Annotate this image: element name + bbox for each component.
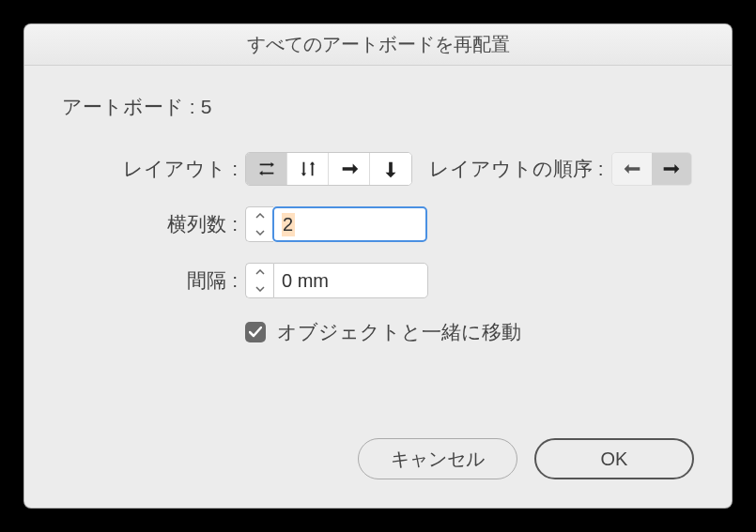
artboards-row: アートボード : 5 — [62, 94, 694, 120]
spacing-row: 間隔 : 0 mm — [62, 263, 694, 298]
layout-order-label: レイアウトの順序 : — [429, 156, 604, 182]
spacing-stepper — [245, 263, 273, 298]
layout-label: レイアウト : — [62, 156, 245, 182]
layout-col-icon[interactable] — [370, 153, 411, 185]
spacing-field: 0 mm — [245, 263, 428, 298]
move-artwork-row: オブジェクトと一緒に移動 — [245, 319, 694, 345]
rearrange-artboards-dialog: すべてのアートボードを再配置 アートボード : 5 レイアウト : — [23, 23, 733, 509]
spacing-step-down[interactable] — [246, 281, 273, 297]
dialog-title: すべてのアートボードを再配置 — [24, 24, 732, 66]
layout-icon-group — [245, 152, 412, 186]
cancel-button[interactable]: キャンセル — [358, 438, 517, 479]
columns-row: 横列数 : 2 — [62, 206, 694, 242]
dialog-footer: キャンセル OK — [24, 419, 732, 508]
move-artwork-label: オブジェクトと一緒に移動 — [277, 319, 521, 345]
layout-grid-col-icon[interactable] — [287, 153, 329, 185]
spacing-step-up[interactable] — [246, 264, 273, 281]
layout-order-group — [611, 152, 692, 186]
spacing-label: 間隔 : — [62, 267, 245, 294]
spacing-input[interactable]: 0 mm — [273, 263, 428, 298]
columns-input[interactable]: 2 — [272, 206, 427, 242]
layout-row: レイアウト : レイアウトの順序 : — [62, 152, 694, 186]
move-artwork-checkbox[interactable] — [245, 322, 266, 342]
layout-row-icon[interactable] — [329, 153, 370, 185]
ok-button[interactable]: OK — [534, 438, 694, 479]
columns-step-up[interactable] — [246, 207, 273, 224]
order-rtl-icon[interactable] — [652, 153, 691, 185]
columns-stepper — [245, 206, 273, 242]
layout-grid-row-icon[interactable] — [246, 153, 287, 185]
artboards-count: 5 — [201, 96, 212, 118]
artboards-label: アートボード : — [62, 94, 195, 120]
columns-label: 横列数 : — [62, 211, 245, 237]
dialog-content: アートボード : 5 レイアウト : レイアウトの順序 : — [24, 66, 732, 419]
columns-step-down[interactable] — [246, 224, 273, 241]
order-ltr-icon[interactable] — [612, 153, 652, 185]
columns-field: 2 — [245, 206, 427, 242]
